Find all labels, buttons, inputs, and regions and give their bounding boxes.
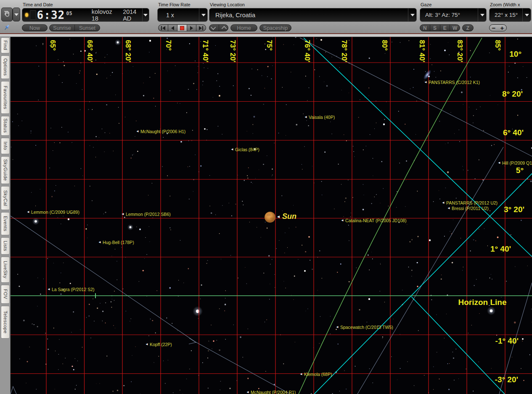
- comet-label[interactable]: ◄Lemmon (P/2012 SB6): [121, 212, 171, 217]
- altitude-grid-label: -3° 20': [495, 375, 518, 384]
- sun-label[interactable]: ◄Sun: [276, 212, 296, 221]
- pushpin-icon: [3, 26, 11, 33]
- chevron-down-icon: [201, 14, 206, 16]
- sky-chart[interactable]: 65°66° 40'68° 20'70°71° 40'73° 20'75°76°…: [11, 37, 532, 394]
- spaceship-button[interactable]: Spaceship: [259, 24, 291, 32]
- comet-label[interactable]: ◄Klemola (68P): [299, 372, 332, 377]
- comet-name: Klemola (68P): [304, 372, 332, 377]
- azimuth-grid-label: 68° 20': [124, 40, 132, 62]
- zoom-select[interactable]: 22° x 15°: [489, 8, 531, 22]
- comet-name: McNaught (P/2006 H1): [140, 129, 185, 134]
- time-date-display[interactable]: 6:32 05 kolovoz 18 2014 AD: [22, 8, 149, 22]
- zoom-out-button[interactable]: −: [490, 25, 498, 31]
- sidebar-tab-skycal[interactable]: SkyCal: [1, 186, 10, 210]
- zenith-button[interactable]: Z: [462, 24, 474, 32]
- sidebar-tab-find[interactable]: Find: [1, 37, 10, 53]
- hand-tool-button[interactable]: [1, 8, 13, 21]
- azimuth-grid-label: 73° 20': [229, 40, 236, 62]
- hand-tool-dropdown[interactable]: [13, 8, 20, 21]
- viewing-location-select[interactable]: Rijeka, Croatia: [209, 8, 417, 22]
- zoom-dropdown[interactable]: [522, 8, 531, 21]
- chevron-down-icon: [143, 14, 148, 16]
- time-flow-value: 1 x: [166, 12, 174, 18]
- comet-label[interactable]: ◄Bressi (P/2011 U2): [447, 206, 489, 211]
- azimuth-grid-label: 83° 20': [456, 40, 463, 62]
- comet-label[interactable]: ◄Spacewatch (C/2013 TW5): [336, 325, 393, 330]
- sunset-button[interactable]: Sunset: [75, 25, 100, 31]
- sidebar-tab-options[interactable]: Options: [1, 55, 10, 79]
- daylight-icon: [25, 13, 28, 17]
- comet-label[interactable]: ◄Hill (P/2009 Q1): [498, 160, 532, 165]
- comet-name: Bressi (P/2011 U2): [452, 206, 489, 211]
- time-flow-select[interactable]: 1 x: [157, 8, 208, 22]
- comet-label[interactable]: ◄PANSTARRS (C/2012 K1): [424, 80, 480, 85]
- comet-arrow-icon: ◄: [47, 288, 50, 291]
- sun-arrow-icon: ◄: [276, 215, 281, 218]
- comet-label[interactable]: ◄Vaisala (40P): [304, 115, 335, 120]
- now-button[interactable]: Now: [22, 24, 48, 32]
- altitude-grid-label: 5°: [516, 166, 524, 175]
- pin-button[interactable]: [3, 24, 11, 32]
- sidebar-tab-status[interactable]: Status: [1, 116, 10, 136]
- comet-label[interactable]: ◄McNaught (P/2006 H1): [136, 129, 185, 134]
- sky-chart-graphics: [11, 37, 532, 394]
- gaze-s-button[interactable]: S: [430, 25, 440, 31]
- gaze-dropdown[interactable]: [478, 8, 486, 21]
- viewing-location-value: Rijeka, Croatia: [215, 12, 255, 18]
- time-flow-dropdown[interactable]: [199, 8, 207, 21]
- sidebar-tab-lists[interactable]: Lists: [1, 237, 10, 255]
- comet-label[interactable]: ◄La Sagra (P/2012 S2): [47, 287, 95, 292]
- gaze-e-button[interactable]: E: [440, 25, 450, 31]
- sidebar-tab-fov[interactable]: FOV: [1, 285, 10, 304]
- play-forward-button[interactable]: [187, 25, 196, 31]
- time-date-dropdown[interactable]: [142, 8, 149, 21]
- gaze-section-label: Gaze: [421, 2, 431, 7]
- chevron-down-icon: [410, 14, 415, 16]
- altitude-grid-label: 10°: [509, 50, 521, 59]
- viewing-location-section-label: Viewing Location: [210, 2, 245, 7]
- stop-button[interactable]: [177, 25, 187, 31]
- sidebar-tab-livesky[interactable]: LiveSky: [1, 257, 10, 283]
- azimuth-grid-label: 70°: [165, 40, 172, 51]
- clock-ghost-digit: [30, 10, 36, 20]
- comet-arrow-icon: ◄: [336, 326, 339, 329]
- comet-name: Hill (P/2009 Q1): [502, 160, 532, 165]
- sidebar-tab-telescope[interactable]: Telescope: [1, 306, 10, 339]
- comet-label[interactable]: ◄PANSTARRS (P/2012 U2): [442, 200, 498, 205]
- location-down-button[interactable]: [209, 25, 219, 31]
- comet-name: Spacewatch (C/2013 TW5): [340, 325, 393, 330]
- azimuth-grid-label: 75°: [266, 40, 273, 51]
- azimuth-grid-label: 85°: [494, 40, 501, 51]
- step-back-button[interactable]: [159, 25, 168, 31]
- sun-name: Sun: [282, 212, 296, 221]
- comet-label[interactable]: ◄Hug-Bell (178P): [98, 240, 134, 245]
- comet-label[interactable]: ◄McNaught (P/2004 R1): [246, 390, 296, 394]
- viewing-location-dropdown[interactable]: [408, 8, 416, 21]
- sunrise-button[interactable]: Sunrise: [50, 25, 74, 31]
- comet-label[interactable]: ◄Catalina-NEAT (P/2005 JD108): [341, 218, 406, 223]
- zoom-value: 22° x 15°: [495, 12, 518, 18]
- chevron-down-icon: [14, 13, 19, 16]
- era-text: 2014 AD: [123, 8, 142, 22]
- comet-label[interactable]: ◄Lemmon (C/2009 UG89): [26, 210, 79, 215]
- location-up-button[interactable]: [219, 25, 228, 31]
- gaze-n-button[interactable]: N: [420, 25, 430, 31]
- sidebar-tab-skyguide[interactable]: SkyGuide: [1, 156, 10, 184]
- gaze-select[interactable]: Alt: 3° Az: 75°: [420, 8, 487, 22]
- comet-label[interactable]: ◄Kopff (22P): [145, 342, 172, 347]
- step-forward-button[interactable]: [196, 25, 206, 31]
- azimuth-grid-label: 76° 40': [304, 40, 311, 62]
- home-button[interactable]: Home: [230, 24, 257, 32]
- zoom-in-button[interactable]: +: [498, 25, 506, 31]
- sidebar-tab-favourites[interactable]: Favourites: [1, 81, 10, 114]
- sidebar-tab-events[interactable]: Events: [1, 212, 10, 235]
- sidebar-tab-info[interactable]: Info: [1, 138, 10, 154]
- altitude-grid-label: -1° 40': [495, 336, 519, 346]
- comet-arrow-icon: ◄: [246, 391, 249, 394]
- stop-icon: [180, 26, 184, 30]
- chevron-down-icon: [480, 14, 484, 16]
- gaze-w-button[interactable]: W: [450, 25, 460, 31]
- comet-name: Lemmon (P/2012 SB6): [126, 212, 171, 217]
- comet-label[interactable]: ◄Giclas (84P): [230, 147, 259, 152]
- play-reverse-button[interactable]: [168, 25, 177, 31]
